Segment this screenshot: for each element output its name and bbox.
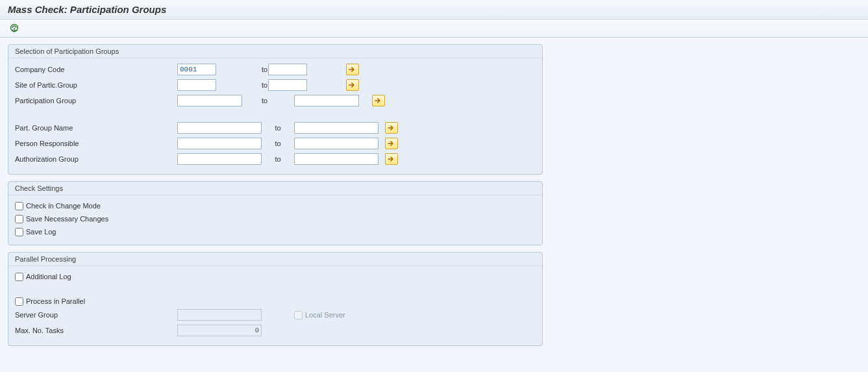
- range-button-company-code[interactable]: [346, 64, 359, 75]
- input-part-group-name-to[interactable]: [294, 122, 378, 134]
- input-authorization-group-to[interactable]: [294, 153, 378, 165]
- range-button-person-responsible[interactable]: [385, 138, 398, 149]
- input-person-responsible-to[interactable]: [294, 138, 378, 149]
- checkbox-process-in-parallel[interactable]: [15, 297, 23, 306]
- range-button-part-group-name[interactable]: [385, 122, 398, 134]
- label-local-server: Local Server: [305, 311, 345, 319]
- selection-group-header: Selection of Participation Groups: [8, 45, 542, 58]
- execute-button[interactable]: [8, 22, 21, 35]
- row-site-partic-group: Site of Partic.Group to: [15, 78, 536, 92]
- title-bar: Mass Check: Participation Groups: [0, 0, 868, 19]
- input-company-code-to[interactable]: [268, 64, 307, 75]
- selection-group-box: Selection of Participation Groups Compan…: [8, 44, 543, 175]
- label-company-code: Company Code: [15, 66, 177, 73]
- check-settings-header: Check Settings: [8, 182, 542, 195]
- input-participation-group-to[interactable]: [294, 95, 359, 106]
- input-part-group-name-from[interactable]: [177, 122, 262, 134]
- label-site-partic-group: Site of Partic.Group: [15, 81, 177, 89]
- input-server-group: [177, 309, 262, 321]
- to-label: to: [262, 140, 294, 147]
- row-authorization-group: Authorization Group to: [15, 152, 536, 166]
- to-label: to: [262, 124, 294, 132]
- label-check-change-mode: Check in Change Mode: [26, 202, 101, 210]
- to-label: to: [216, 66, 268, 73]
- row-server-group: Server Group Local Server: [15, 308, 536, 322]
- label-save-necessary-changes: Save Necessary Changes: [26, 215, 108, 223]
- content-area: Selection of Participation Groups Compan…: [0, 38, 868, 359]
- parallel-processing-box: Parallel Processing Additional Log Proce…: [8, 252, 543, 346]
- checkbox-additional-log[interactable]: [15, 273, 23, 281]
- checkbox-save-necessary-changes[interactable]: [15, 215, 23, 223]
- input-company-code-from[interactable]: [177, 64, 216, 75]
- row-participation-group: Participation Group to: [15, 93, 536, 108]
- input-max-no-tasks: [177, 325, 262, 336]
- checkbox-local-server: [294, 311, 303, 319]
- input-person-responsible-from[interactable]: [177, 138, 262, 149]
- check-settings-box: Check Settings Check in Change Mode Save…: [8, 181, 543, 245]
- label-save-log: Save Log: [26, 228, 56, 236]
- label-max-no-tasks: Max. No. Tasks: [15, 327, 177, 334]
- label-authorization-group: Authorization Group: [15, 155, 177, 163]
- input-site-partic-group-to[interactable]: [268, 79, 307, 91]
- range-button-participation-group[interactable]: [372, 95, 385, 106]
- row-max-no-tasks: Max. No. Tasks: [15, 323, 536, 338]
- page-title: Mass Check: Participation Groups: [8, 4, 860, 15]
- toolbar: [0, 19, 868, 38]
- input-participation-group-from[interactable]: [177, 95, 242, 106]
- label-person-responsible: Person Responsible: [15, 140, 177, 147]
- to-label: to: [216, 81, 268, 89]
- input-authorization-group-from[interactable]: [177, 153, 262, 165]
- row-company-code: Company Code to: [15, 62, 536, 77]
- to-label: to: [242, 97, 294, 105]
- input-site-partic-group-from[interactable]: [177, 79, 216, 91]
- label-server-group: Server Group: [15, 311, 177, 319]
- label-process-in-parallel: Process in Parallel: [26, 297, 85, 305]
- range-button-site-partic-group[interactable]: [346, 79, 359, 91]
- parallel-processing-header: Parallel Processing: [8, 253, 542, 266]
- checkbox-check-change-mode[interactable]: [15, 202, 23, 210]
- label-additional-log: Additional Log: [26, 273, 71, 280]
- row-part-group-name: Part. Group Name to: [15, 121, 536, 135]
- range-button-authorization-group[interactable]: [385, 153, 398, 165]
- to-label: to: [262, 155, 294, 163]
- row-person-responsible: Person Responsible to: [15, 136, 536, 151]
- label-participation-group: Participation Group: [15, 97, 177, 105]
- label-part-group-name: Part. Group Name: [15, 124, 177, 132]
- checkbox-save-log[interactable]: [15, 228, 23, 236]
